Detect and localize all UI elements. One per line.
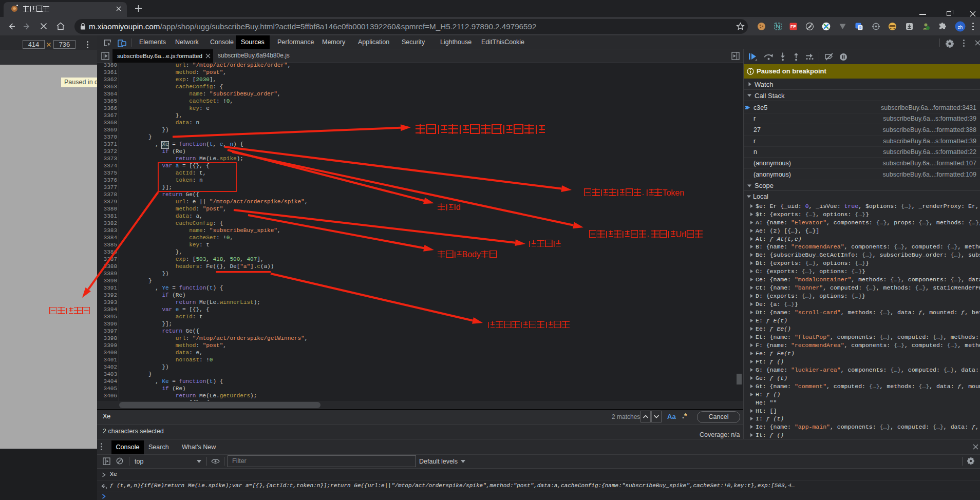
svg-text:G: G xyxy=(859,26,861,29)
svg-text:zh: zh xyxy=(958,25,963,30)
svg-text:FE: FE xyxy=(790,24,796,29)
